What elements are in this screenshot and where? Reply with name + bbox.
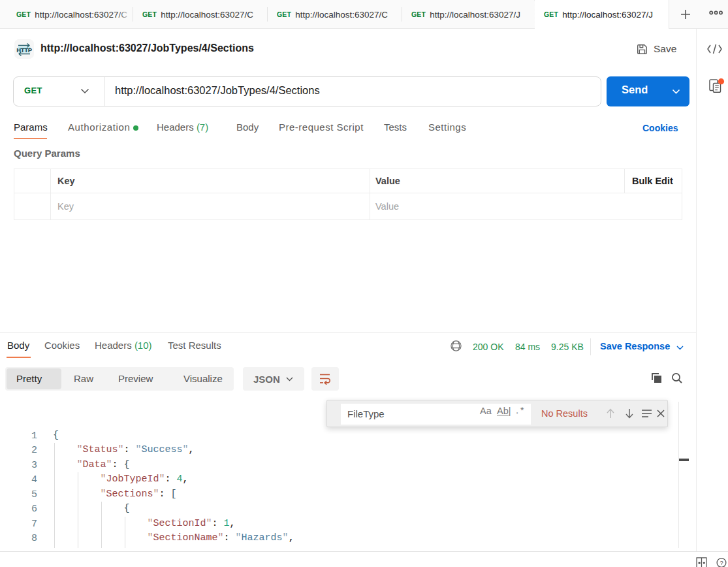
- svg-text:?: ?: [720, 559, 723, 566]
- svg-text:HTTP: HTTP: [16, 46, 33, 54]
